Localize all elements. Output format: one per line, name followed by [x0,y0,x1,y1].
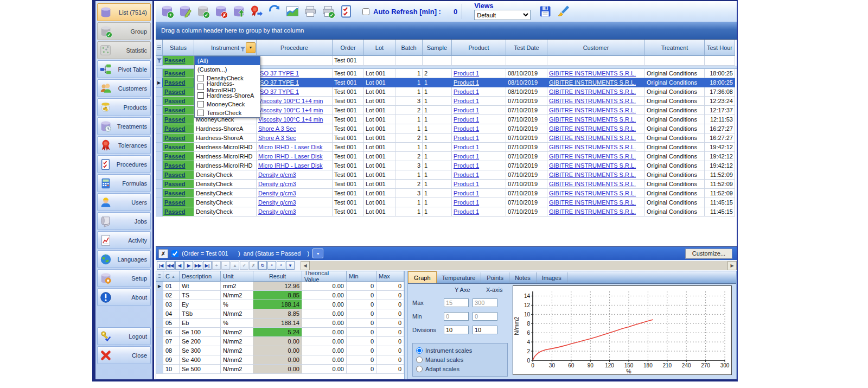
sidebar-item-languages[interactable]: Languages [97,250,151,268]
grid-cell-sample[interactable]: 1 [423,161,452,170]
results-cell-min[interactable]: 0 [347,309,376,319]
nav-vcr-button[interactable]: ▶| [203,261,212,270]
grid-cell-test_date[interactable]: 07/10/2019 [506,106,547,115]
results-cell-description[interactable]: Wt [180,282,221,291]
results-cell-max[interactable]: 0 [376,309,404,319]
status-link[interactable]: Passed [164,125,186,132]
grid-cell-product[interactable]: Product 1 [452,106,506,115]
grid-cell-lot[interactable]: Lot 001 [364,180,395,189]
grid-cell-instrument[interactable]: DensityCheck [194,198,257,207]
sidebar-item-procedures[interactable]: Procedures [97,155,151,173]
divisions-y-input[interactable] [444,326,469,334]
grid-cell-test_date[interactable]: 07/10/2019 [506,198,547,207]
grid-cell-customer[interactable]: GIBITRE INSTRUMENTS S.R.L. [547,87,645,97]
customer-link[interactable]: GIBITRE INSTRUMENTS S.R.L. [549,98,636,104]
results-cell-result[interactable]: 12.96 [253,282,302,291]
results-column-unit[interactable]: Unit [221,271,253,282]
grid-cell-indicator[interactable] [156,152,163,161]
grid-cell-indicator[interactable]: ▶ [156,78,163,87]
grid-cell-test_date[interactable]: 07/10/2019 [506,170,547,180]
results-cell-result[interactable]: 0.00 [253,365,302,374]
filter-cell-batch[interactable] [395,56,423,66]
grid-cell-test_hour[interactable]: 11:52:09 [705,189,735,198]
grid-cell-customer[interactable]: GIBITRE INSTRUMENTS S.R.L. [547,207,645,217]
product-link[interactable]: Product 1 [454,125,479,132]
grid-cell-batch[interactable]: 1 [395,78,423,87]
nav-vcr-button[interactable]: ▶▶ [194,261,202,270]
radio-button[interactable] [416,357,423,363]
filter-cell-treatment[interactable] [645,56,705,66]
grid-cell-test_date[interactable]: 07/10/2019 [506,207,547,217]
chart-button[interactable] [284,3,301,20]
product-link[interactable]: Product 1 [454,162,479,169]
grid-cell-treatment[interactable]: Original Conditions [645,106,705,115]
procedure-link[interactable]: Viscosity 100°C 1+4 min [258,98,323,104]
sidebar-item-treatments[interactable]: Treatments [97,117,151,135]
procedure-link[interactable]: ISO 37 TYPE 1 [258,79,299,86]
checkbox-icon[interactable] [197,92,204,99]
horizontal-scrollbar[interactable]: ◀ ▶ [301,261,737,270]
product-link[interactable]: Product 1 [454,116,479,123]
grid-cell-indicator[interactable] [156,189,163,198]
results-cell-indicator[interactable] [156,291,163,300]
tab-graph[interactable]: Graph [408,271,437,283]
sidebar-item-users[interactable]: Users [97,193,151,211]
filter-option-custom[interactable]: (Custom...) [195,65,260,74]
results-cell-result[interactable]: 188.14 [253,319,302,328]
grid-cell-indicator[interactable] [156,180,163,189]
status-link[interactable]: Passed [164,162,186,169]
results-cell-description[interactable]: Se 200 [180,337,221,346]
results-cell-c[interactable]: 08 [163,346,180,355]
grid-cell-test_date[interactable]: 07/10/2019 [506,180,547,189]
grid-cell-indicator[interactable] [156,97,163,106]
table-row[interactable]: PassedHardness-ShoreAShore A 3 SecTest 0… [156,133,737,143]
list-item[interactable]: 03Ey%188.140.0000 [156,300,404,309]
results-cell-unit[interactable]: % [221,319,253,328]
table-row[interactable]: PassedDensityCheckDensity g/cm3Test 001L… [156,207,737,217]
grid-cell-batch[interactable]: 2 [395,133,423,143]
grid-cell-customer[interactable]: GIBITRE INSTRUMENTS S.R.L. [547,133,645,143]
results-cell-result[interactable]: 188.14 [253,300,302,309]
grid-cell-procedure[interactable]: Density g/cm3 [257,189,333,198]
min-x-input[interactable] [473,312,497,321]
customer-link[interactable]: GIBITRE INSTRUMENTS S.R.L. [549,162,636,169]
grid-cell-procedure[interactable]: Viscosity 100°C 1+4 min [257,115,333,124]
radio-button[interactable] [416,347,423,354]
results-cell-min[interactable]: 0 [347,300,376,309]
status-link[interactable]: Passed [164,135,186,141]
table-row[interactable]: PassedDensityCheckDensity g/cm3Test 001L… [156,189,737,198]
grid-cell-lot[interactable]: Lot 001 [364,198,395,207]
status-link[interactable]: Passed [164,153,186,160]
customer-link[interactable]: GIBITRE INSTRUMENTS S.R.L. [549,181,636,187]
results-cell-min[interactable]: 0 [347,291,376,300]
column-header-order[interactable]: Order [333,40,364,56]
filter-dropdown-button[interactable]: ▼ [312,249,323,258]
grid-cell-instrument[interactable]: DensityCheck [194,189,257,198]
grid-cell-treatment[interactable]: Original Conditions [645,69,705,78]
results-cell-c[interactable]: 06 [163,328,180,337]
grid-cell-order[interactable]: Test 001 [333,78,364,87]
results-cell-c[interactable]: 09 [163,355,180,365]
grid-cell-product[interactable]: Product 1 [452,161,506,170]
grid-cell-status[interactable]: Passed [163,170,194,180]
filter-cell-status[interactable]: Passed [163,56,194,66]
radio-button[interactable] [416,366,423,372]
product-link[interactable]: Product 1 [454,79,479,86]
sidebar-item-products[interactable]: Products [97,98,151,116]
results-cell-max[interactable]: 0 [376,328,404,337]
grid-cell-indicator[interactable] [156,124,163,133]
table-row[interactable]: PassedDensityCheckDensity g/cm3Test 001L… [156,170,737,180]
procedure-link[interactable]: Density g/cm3 [258,181,296,187]
grid-cell-batch[interactable]: 1 [395,124,423,133]
results-cell-theorical[interactable]: 0.00 [302,346,347,355]
filter-cell-test_hour[interactable] [705,56,735,66]
grid-cell-indicator[interactable] [156,207,163,217]
results-cell-c[interactable]: 03 [163,300,180,309]
filter-cell-indicator[interactable] [156,56,163,66]
product-link[interactable]: Product 1 [454,181,479,187]
results-cell-result[interactable]: 5.24 [253,328,302,337]
grid-cell-instrument[interactable]: DensityCheck [194,170,257,180]
grid-cell-sample[interactable]: 1 [423,170,452,180]
table-row[interactable]: PassedDensityCheckDensity g/cm3Test 001L… [156,198,737,207]
grid-cell-treatment[interactable]: Original Conditions [645,207,705,217]
